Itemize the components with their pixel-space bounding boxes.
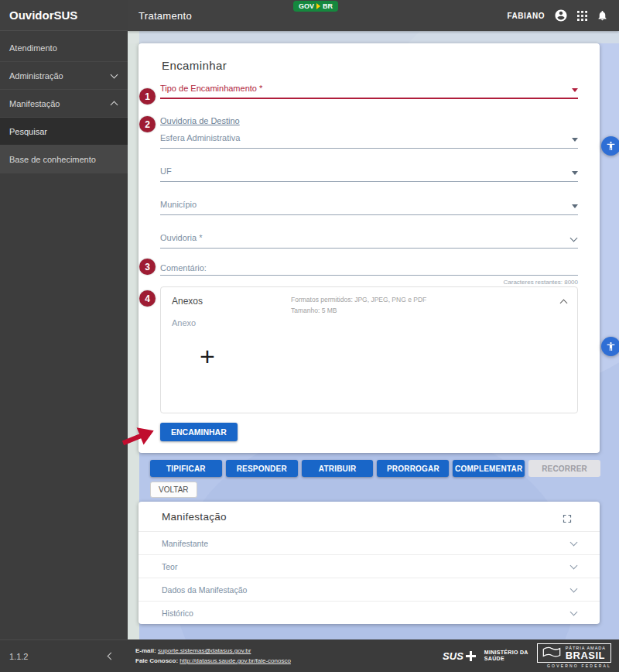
fale-conosco-link[interactable]: http://datasus.saude.gov.br/fale-conosco	[180, 657, 291, 664]
fale-conosco-label: Fale Conosco:	[135, 657, 178, 664]
ouvidoria-label: Ouvidoria *	[160, 233, 202, 242]
accessibility-libras-button[interactable]	[601, 337, 619, 356]
sidebar-item-atendimento[interactable]: Atendimento	[0, 34, 128, 62]
page-title: Tratamento	[139, 10, 192, 22]
annotation-marker-3: 3	[139, 259, 156, 275]
chevron-down-icon	[570, 538, 578, 546]
ouvidoria-select[interactable]: Ouvidoria *	[160, 233, 578, 249]
voltar-button[interactable]: VOLTAR	[150, 482, 197, 498]
footer-contact-info: E-mail: suporte.sistemas@datasus.gov.br …	[135, 646, 291, 666]
governo-federal-logo: PÁTRIA AMADA BRASIL GOVERNO FEDERAL	[537, 643, 611, 669]
notifications-bell-icon[interactable]	[597, 9, 608, 22]
accordion-label: Dados da Manifestação	[162, 585, 247, 595]
govbr-arrow-icon	[316, 3, 320, 9]
annotation-marker-2: 2	[139, 116, 156, 132]
tipo-encaminhamento-select[interactable]: Tipo de Encaminhamento *	[160, 84, 578, 99]
tipificar-button[interactable]: TIPIFICAR	[150, 460, 222, 477]
sus-logo: SUS	[443, 650, 476, 662]
sidebar-item-label: Manifestação	[9, 99, 60, 108]
sidebar-item-label: Atendimento	[9, 43, 57, 53]
ouvidoria-destino-label: Ouvidoria de Destino	[160, 116, 240, 125]
sidebar-item-label: Base de conhecimento	[9, 155, 96, 164]
accordion-historico[interactable]: Histórico	[139, 601, 600, 624]
brazil-flag-icon	[542, 646, 561, 659]
accordion-label: Histórico	[162, 609, 193, 618]
municipio-select[interactable]: Município	[160, 200, 578, 215]
apps-grid-icon[interactable]	[577, 11, 587, 21]
chevron-down-icon	[570, 561, 578, 569]
sidebar-nav: Atendimento Administração Manifestação P…	[0, 34, 128, 173]
chevron-down-icon	[570, 585, 578, 592]
sidebar: OuvidorSUS Atendimento Administração Man…	[0, 0, 128, 672]
anexos-title: Anexos	[172, 296, 203, 307]
ministerio-line2: SAÚDE	[484, 656, 528, 663]
sidebar-item-base-conhecimento[interactable]: Base de conhecimento	[0, 146, 128, 173]
municipio-label: Município	[160, 200, 197, 209]
topbar: Tratamento FABIANO	[128, 0, 619, 31]
collapse-sidebar-icon[interactable]	[108, 653, 115, 660]
accessibility-libras-button[interactable]	[601, 136, 619, 156]
app-title: OuvidorSUS	[0, 0, 128, 31]
accordion-manifestante[interactable]: Manifestante	[139, 531, 600, 554]
anexos-panel: Anexos Formatos permitidos: JPG, JPEG, P…	[160, 286, 578, 413]
email-link[interactable]: suporte.sistemas@datasus.gov.br	[158, 647, 251, 654]
comentario-label: Comentário:	[160, 263, 207, 273]
dropdown-arrow-icon	[572, 88, 578, 92]
sidebar-item-label: Pesquisar	[9, 127, 47, 136]
sus-logo-text: SUS	[443, 650, 463, 662]
chars-remaining: Caracteres restantes: 8000	[504, 279, 579, 286]
background-decoration	[128, 31, 619, 43]
annotation-marker-4: 4	[139, 290, 156, 307]
background-decoration	[128, 31, 139, 639]
ministerio-saude-logo: MINISTÉRIO DA SAÚDE	[484, 650, 528, 663]
brasil-label: BRASIL	[566, 650, 606, 660]
encaminhar-card: Encaminhar Tipo de Encaminhamento * Ouvi…	[139, 43, 600, 453]
govbr-gov-label: GOV	[299, 2, 314, 10]
responder-button[interactable]: RESPONDER	[226, 460, 298, 477]
sidebar-item-pesquisar[interactable]: Pesquisar	[0, 118, 128, 146]
footer-logos: SUS MINISTÉRIO DA SAÚDE PÁTRIA AMADA BRA…	[443, 643, 611, 669]
complementar-button[interactable]: COMPLEMENTAR	[453, 460, 525, 477]
recorrer-button: RECORRER	[528, 460, 600, 477]
main-content: Encaminhar Tipo de Encaminhamento * Ouvi…	[128, 31, 619, 639]
chevron-down-icon	[570, 608, 578, 615]
accordion-dados-manifestacao[interactable]: Dados da Manifestação	[139, 578, 600, 601]
manifestacao-card: Manifestação Manifestante Teor Dados da …	[139, 502, 600, 624]
governo-federal-label: GOVERNO FEDERAL	[547, 663, 611, 668]
esfera-label: Esfera Administrativa	[160, 133, 240, 142]
annotation-marker-1: 1	[139, 88, 156, 105]
chevron-down-icon	[111, 70, 118, 78]
accordion-label: Teor	[162, 562, 177, 571]
manifestacao-title: Manifestação	[162, 511, 227, 523]
account-icon[interactable]	[554, 9, 568, 22]
collapse-panel-icon[interactable]	[560, 300, 568, 307]
accordion-teor[interactable]: Teor	[139, 554, 600, 578]
accordion-list: Manifestante Teor Dados da Manifestação …	[139, 531, 600, 624]
esfera-administrativa-select[interactable]: Esfera Administrativa	[160, 133, 578, 149]
atribuir-button[interactable]: ATRIBUIR	[302, 460, 374, 477]
app-window: OuvidorSUS Atendimento Administração Man…	[0, 0, 619, 672]
anexos-info: Formatos permitidos: JPG, JPEG, PNG e PD…	[291, 294, 426, 316]
patria-amada-brasil-box: PÁTRIA AMADA BRASIL	[537, 643, 611, 663]
uf-label: UF	[160, 166, 172, 176]
chevron-down-icon	[570, 235, 578, 242]
sidebar-item-manifestacao[interactable]: Manifestação	[0, 90, 128, 118]
add-attachment-button[interactable]: +	[200, 343, 215, 369]
dropdown-arrow-icon	[572, 171, 578, 175]
uf-select[interactable]: UF	[160, 166, 578, 182]
prorrogar-button[interactable]: PRORROGAR	[377, 460, 449, 477]
chevron-up-icon	[111, 101, 118, 108]
dropdown-arrow-icon	[572, 204, 578, 208]
fullscreen-expand-icon[interactable]	[563, 513, 572, 526]
topbar-actions: FABIANO	[508, 9, 609, 22]
form-title: Encaminhar	[162, 59, 227, 72]
anexos-formats: Formatos permitidos: JPG, JPEG, PNG e PD…	[291, 294, 426, 305]
encaminhar-button[interactable]: ENCAMINHAR	[160, 423, 238, 441]
app-version: 1.1.2	[9, 652, 28, 661]
sidebar-item-administracao[interactable]: Administração	[0, 62, 128, 90]
username: FABIANO	[508, 12, 545, 20]
footer: E-mail: suporte.sistemas@datasus.gov.br …	[128, 639, 619, 672]
dropdown-arrow-icon	[572, 138, 578, 142]
comentario-input[interactable]: Comentário:	[160, 263, 578, 276]
sus-cross-icon	[466, 651, 476, 661]
